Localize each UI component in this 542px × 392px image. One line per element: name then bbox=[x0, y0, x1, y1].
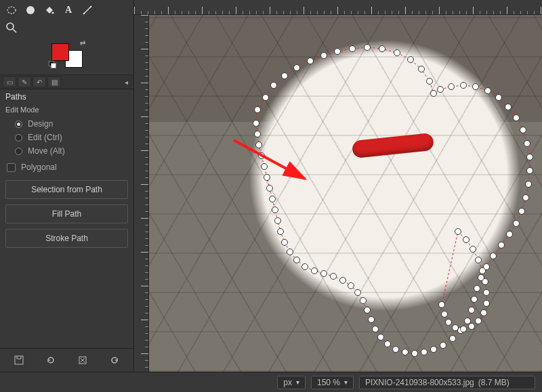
swap-colors-icon[interactable]: ⇄ bbox=[80, 39, 85, 47]
foreground-color-swatch[interactable] bbox=[51, 43, 69, 61]
radio-icon bbox=[15, 121, 22, 128]
svg-point-0 bbox=[7, 7, 16, 14]
radio-icon bbox=[15, 134, 22, 141]
edit-mode-label: Edit Mode bbox=[5, 106, 128, 114]
svg-point-1 bbox=[26, 6, 35, 14]
bucket-fill-tool-icon[interactable] bbox=[42, 3, 57, 18]
tab-undo-history-icon[interactable]: ↶ bbox=[33, 77, 46, 87]
tab-images-icon[interactable]: ▤ bbox=[47, 77, 61, 87]
left-sidebar: A ⇄ ▭ ✎ ↶ ▤ ◂ bbox=[0, 0, 134, 372]
svg-point-4 bbox=[90, 6, 91, 7]
selection-from-path-button[interactable]: Selection from Path bbox=[5, 180, 128, 199]
filesize-text: (8.7 MB) bbox=[478, 378, 509, 387]
polygonal-label: Polygonal bbox=[21, 162, 57, 172]
svg-point-3 bbox=[83, 13, 85, 14]
status-bar: px ▾ 150 % ▾ PIXNIO-2410938-800x533.jpg … bbox=[0, 372, 542, 392]
mode-design-label: Design bbox=[28, 119, 53, 129]
gradient-tool-icon[interactable] bbox=[23, 3, 38, 18]
delete-preset-icon[interactable] bbox=[73, 353, 92, 368]
filename-display: PIXNIO-2410938-800x533.jpg (8.7 MB) bbox=[359, 376, 535, 389]
svg-rect-6 bbox=[15, 356, 23, 364]
canvas-area bbox=[134, 0, 542, 372]
mode-design-radio[interactable]: Design bbox=[5, 118, 128, 130]
unit-value: px bbox=[283, 378, 292, 387]
tool-options-footer bbox=[0, 348, 133, 372]
ruler-vertical[interactable] bbox=[134, 15, 149, 372]
ruler-horizontal[interactable] bbox=[134, 0, 542, 15]
unit-select[interactable]: px ▾ bbox=[277, 376, 306, 389]
mode-move-label: Move (Alt) bbox=[28, 146, 65, 156]
ellipse-select-tool-icon[interactable] bbox=[4, 3, 19, 18]
mode-edit-radio[interactable]: Edit (Ctrl) bbox=[5, 131, 128, 144]
zoom-value: 150 % bbox=[317, 378, 340, 387]
filename-text: PIXNIO-2410938-800x533.jpg bbox=[365, 378, 474, 387]
text-tool-icon[interactable]: A bbox=[61, 3, 76, 18]
svg-point-2 bbox=[51, 12, 54, 14]
toolbox: A ⇄ bbox=[0, 0, 133, 75]
tool-options-title: Paths bbox=[5, 92, 128, 102]
tool-options-tabs: ▭ ✎ ↶ ▤ ◂ bbox=[0, 75, 133, 89]
reset-colors-icon[interactable] bbox=[49, 61, 56, 68]
zoom-tool-icon[interactable] bbox=[4, 20, 19, 35]
zoom-select[interactable]: 150 % ▾ bbox=[311, 376, 354, 389]
save-preset-icon[interactable] bbox=[9, 353, 28, 368]
image-viewport[interactable] bbox=[149, 15, 542, 372]
mode-edit-label: Edit (Ctrl) bbox=[28, 133, 62, 142]
panel-menu-icon[interactable]: ◂ bbox=[121, 79, 131, 86]
restore-preset-icon[interactable] bbox=[41, 353, 60, 368]
tool-options-panel: Paths Edit Mode Design Edit (Ctrl) Move … bbox=[0, 89, 133, 348]
mode-move-radio[interactable]: Move (Alt) bbox=[5, 145, 128, 157]
image-content bbox=[149, 15, 542, 372]
color-swatch[interactable]: ⇄ bbox=[49, 41, 85, 68]
checkbox-icon bbox=[7, 163, 16, 172]
tab-device-status-icon[interactable]: ✎ bbox=[18, 77, 31, 87]
fill-path-button[interactable]: Fill Path bbox=[5, 204, 128, 223]
measure-tool-icon[interactable] bbox=[80, 3, 95, 18]
stroke-path-button[interactable]: Stroke Path bbox=[5, 229, 128, 248]
polygonal-checkbox[interactable]: Polygonal bbox=[5, 158, 128, 179]
chevron-down-icon: ▾ bbox=[296, 378, 299, 386]
radio-icon bbox=[15, 148, 22, 155]
reset-preset-icon[interactable] bbox=[105, 353, 124, 368]
svg-point-5 bbox=[7, 23, 14, 30]
chevron-down-icon: ▾ bbox=[344, 378, 348, 386]
tab-tool-options-icon[interactable]: ▭ bbox=[3, 77, 16, 87]
